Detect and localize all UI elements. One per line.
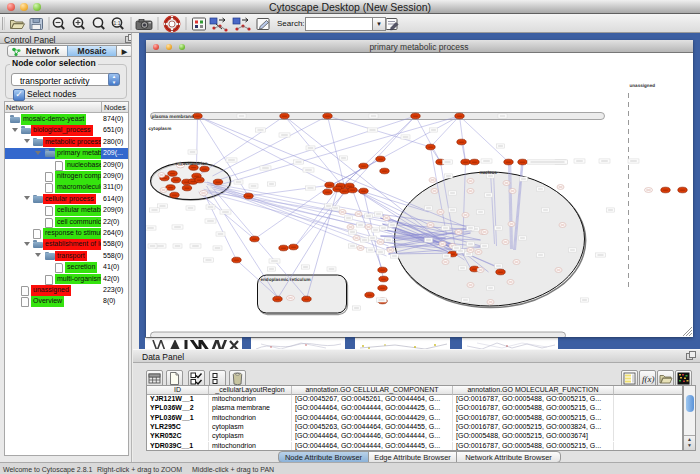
svg-text:unassigned: unassigned [629,83,655,88]
svg-text:f(x): f(x) [642,374,655,384]
svg-text:mitochondrion: mitochondrion [175,161,207,166]
svg-text:endoplasmic reticulum: endoplasmic reticulum [260,277,310,282]
svg-text:plasma membrane: plasma membrane [151,114,193,120]
svg-text:cytoplasm: cytoplasm [148,126,171,131]
svg-text:nucleus: nucleus [479,170,496,175]
svg-text:1:1: 1:1 [114,20,121,26]
